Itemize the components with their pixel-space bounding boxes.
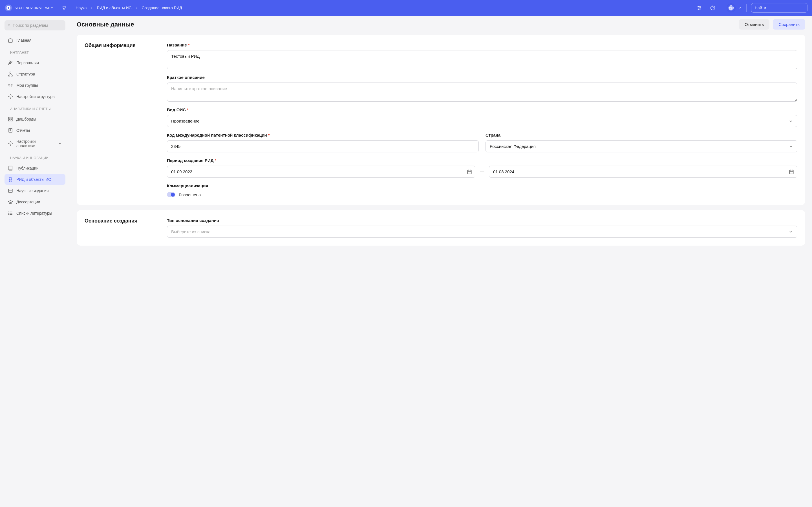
chevron-down-icon <box>58 142 62 146</box>
page-header: Основные данные Отменить Сохранить <box>77 16 805 35</box>
sidebar-item-label: РИД и объекты ИС <box>16 177 51 182</box>
list-icon <box>8 211 13 216</box>
sidebar-item-analytics-settings[interactable]: Настройки аналитики <box>4 136 65 151</box>
breadcrumb-item-1[interactable]: РИД и объекты ИС <box>97 6 132 10</box>
card-title: Общая информация <box>85 43 158 197</box>
graduation-icon <box>8 200 13 205</box>
commerce-toggle-label: Разрешена <box>179 192 201 197</box>
svg-rect-30 <box>11 120 12 121</box>
svg-point-35 <box>9 177 12 180</box>
search-icon <box>8 23 10 27</box>
gear-icon <box>8 141 13 146</box>
global-search-input[interactable] <box>755 6 804 10</box>
settings-sliders-icon[interactable] <box>695 3 704 12</box>
sidebar-item-label: Главная <box>16 38 31 43</box>
help-icon[interactable] <box>708 3 717 12</box>
breadcrumb: Наука РИД и объекты ИС Создание нового Р… <box>76 6 690 10</box>
svg-point-26 <box>10 96 11 98</box>
breadcrumb-item-2[interactable]: Создание нового РИД <box>142 6 182 10</box>
type-label: Вид ОИС* <box>167 107 797 112</box>
commerce-label: Коммерциализация <box>167 183 797 188</box>
card-basis: Основание создания Тип основания создани… <box>77 210 805 245</box>
sidebar-item-sci-publications[interactable]: Научные издания <box>4 185 65 196</box>
sidebar-item-label: Списки литературы <box>16 211 52 216</box>
sidebar-item-label: Настройки структуры <box>16 94 55 99</box>
card-general-info: Общая информация Название* Краткое описа… <box>77 35 805 205</box>
sidebar-search[interactable] <box>4 20 65 31</box>
code-input[interactable] <box>167 140 479 152</box>
country-label: Страна <box>486 133 797 137</box>
name-input[interactable] <box>167 50 797 69</box>
global-search[interactable] <box>751 3 808 13</box>
sidebar-item-dashboards[interactable]: Дашборды <box>4 114 65 124</box>
sidebar-item-reports[interactable]: Отчеты <box>4 125 65 136</box>
main-content: Основные данные Отменить Сохранить Общая… <box>70 16 812 507</box>
chevron-down-icon <box>789 144 793 149</box>
sidebar-item-label: Структура <box>16 72 35 76</box>
sidebar-item-label: Настройки аналитики <box>16 139 55 148</box>
chevron-right-icon <box>135 6 139 10</box>
basis-select[interactable]: Выберите из списка <box>167 226 797 238</box>
svg-point-43 <box>8 214 9 215</box>
svg-rect-22 <box>11 75 12 76</box>
sidebar-item-label: Персоналии <box>16 61 39 65</box>
sidebar-item-label: Отчеты <box>16 128 30 133</box>
breadcrumb-item-0[interactable]: Наука <box>76 6 87 10</box>
sidebar-item-publications[interactable]: Публикации <box>4 163 65 173</box>
logo[interactable]: SECHENOV UNIVERSITY <box>4 4 53 12</box>
sidebar-item-label: Диссертации <box>16 200 40 204</box>
save-button[interactable]: Сохранить <box>773 19 805 30</box>
desc-input[interactable] <box>167 82 797 102</box>
sidebar-item-label: Научные издания <box>16 188 49 193</box>
desc-label: Краткое описание <box>167 75 797 80</box>
sidebar: Главная ИНТРАНЕТ Персоналии Структура Мо… <box>0 16 70 507</box>
sidebar-search-input[interactable] <box>13 23 62 27</box>
sidebar-item-label: Дашборды <box>16 117 36 121</box>
sidebar-item-structure[interactable]: Структура <box>4 69 65 79</box>
sidebar-item-struct-settings[interactable]: Настройки структуры <box>4 91 65 102</box>
svg-rect-20 <box>10 72 11 73</box>
chevron-right-icon <box>90 6 93 10</box>
country-select[interactable]: Российская Федерация <box>486 140 797 152</box>
svg-point-19 <box>11 61 12 62</box>
sidebar-item-home[interactable]: Главная <box>4 35 65 46</box>
cancel-button[interactable]: Отменить <box>739 19 770 30</box>
publications-icon <box>8 188 13 193</box>
sidebar-item-bibliography[interactable]: Списки литературы <box>4 208 65 219</box>
date-to-input[interactable] <box>489 166 797 178</box>
sidebar-item-dissertations[interactable]: Диссертации <box>4 196 65 207</box>
svg-point-12 <box>729 6 733 10</box>
user-menu[interactable] <box>726 3 742 12</box>
period-label: Период создания РИД* <box>167 158 797 163</box>
svg-point-42 <box>8 213 9 214</box>
chevron-down-icon <box>789 230 793 234</box>
sidebar-item-groups[interactable]: Мои группы <box>4 80 65 91</box>
code-label: Код международной патентной классификаци… <box>167 133 479 137</box>
svg-point-8 <box>698 9 699 10</box>
sitemap-icon <box>8 71 13 76</box>
sidebar-item-rid[interactable]: РИД и объекты ИС <box>4 174 65 185</box>
svg-point-18 <box>9 61 11 62</box>
svg-point-23 <box>10 84 11 86</box>
award-icon <box>8 177 13 182</box>
top-header: SECHENOV UNIVERSITY Наука РИД и объекты … <box>0 0 812 16</box>
svg-point-34 <box>10 143 11 145</box>
logo-text: SECHENOV UNIVERSITY <box>15 6 53 10</box>
home-icon <box>8 38 13 43</box>
sidebar-item-label: Мои группы <box>16 83 38 88</box>
sidebar-item-persons[interactable]: Персоналии <box>4 57 65 68</box>
pin-icon[interactable] <box>60 3 69 12</box>
group-icon <box>8 83 13 88</box>
page-title: Основные данные <box>77 21 134 28</box>
logo-icon <box>4 4 12 12</box>
svg-point-41 <box>8 212 9 212</box>
name-label: Название* <box>167 43 797 47</box>
book-icon <box>8 166 13 171</box>
commerce-toggle[interactable] <box>167 192 175 197</box>
date-from-input[interactable] <box>167 166 475 178</box>
avatar <box>726 3 735 12</box>
users-icon <box>8 60 13 65</box>
sidebar-section-intranet: ИНТРАНЕТ <box>4 51 65 55</box>
type-select[interactable]: Произведение <box>167 115 797 127</box>
svg-point-24 <box>8 84 9 86</box>
